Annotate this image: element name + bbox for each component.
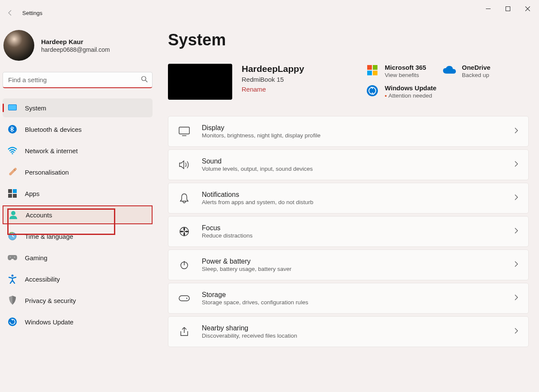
power-icon — [179, 259, 190, 270]
nav-label: Bluetooth & devices — [25, 126, 82, 133]
profile-block[interactable]: Hardeep Kaur hardeep0688@gmail.com — [3, 27, 153, 64]
setting-row-nearby[interactable]: Nearby sharing Discoverability, received… — [168, 316, 529, 347]
device-image — [168, 64, 232, 100]
setting-row-display[interactable]: Display Monitors, brightness, night ligh… — [168, 116, 529, 147]
apps-icon — [8, 189, 17, 198]
device-model: RedmiBook 15 — [242, 76, 304, 83]
svg-rect-1 — [506, 6, 510, 11]
nav-item-personalisation[interactable]: Personalisation — [3, 163, 153, 181]
onedrive-icon — [443, 64, 456, 77]
svg-point-18 — [367, 85, 378, 96]
setting-title: Power & battery — [202, 258, 515, 265]
share-icon — [179, 326, 190, 337]
chevron-right-icon — [515, 194, 518, 202]
nav-item-network[interactable]: Network & internet — [3, 141, 153, 160]
status-title: Windows Update — [385, 84, 437, 92]
close-button[interactable] — [518, 2, 537, 15]
svg-rect-0 — [486, 9, 491, 9]
svg-point-17 — [8, 318, 17, 326]
svg-rect-4 — [9, 105, 16, 110]
chevron-right-icon — [515, 228, 518, 235]
device-block: HardeepLappy RedmiBook 15 Rename — [168, 64, 304, 100]
search-icon — [141, 76, 148, 84]
chevron-right-icon — [515, 328, 518, 336]
accessibility-icon — [8, 274, 17, 284]
setting-title: Display — [202, 124, 515, 132]
svg-point-23 — [186, 298, 187, 299]
status-sub: View benefits — [385, 72, 426, 78]
svg-rect-22 — [179, 296, 189, 301]
status-card-ms365[interactable]: Microsoft 365 View benefits — [366, 64, 434, 79]
nav-label: Accessibility — [25, 276, 60, 283]
settings-list: Display Monitors, brightness, night ligh… — [168, 116, 529, 347]
chevron-right-icon — [515, 294, 518, 302]
svg-rect-7 — [8, 189, 12, 193]
search-input[interactable] — [8, 76, 141, 83]
status-title: Microsoft 365 — [385, 64, 426, 71]
setting-title: Focus — [202, 224, 515, 232]
setting-row-power[interactable]: Power & battery Sleep, battery usage, ba… — [168, 249, 529, 280]
setting-title: Nearby sharing — [202, 324, 515, 332]
display-icon — [179, 126, 190, 137]
nav-item-accounts[interactable]: Accounts — [3, 205, 153, 224]
setting-desc: Storage space, drives, configuration rul… — [202, 299, 515, 306]
status-title: OneDrive — [462, 64, 491, 71]
status-card-onedrive[interactable]: OneDrive Backed up — [443, 64, 512, 79]
system-icon — [8, 103, 17, 113]
ms365-icon — [366, 64, 379, 77]
setting-row-storage[interactable]: Storage Storage space, drives, configura… — [168, 283, 529, 314]
svg-rect-19 — [179, 127, 189, 134]
rename-link[interactable]: Rename — [242, 86, 266, 93]
setting-row-notifications[interactable]: Notifications Alerts from apps and syste… — [168, 183, 529, 214]
nav-label: System — [25, 104, 46, 112]
svg-point-15 — [14, 257, 15, 258]
bluetooth-icon — [8, 125, 17, 134]
page-title: System — [168, 31, 529, 49]
profile-name: Hardeep Kaur — [41, 38, 110, 45]
maximize-button[interactable] — [498, 2, 518, 15]
profile-email: hardeep0688@gmail.com — [41, 46, 110, 53]
nav-label: Apps — [25, 190, 39, 197]
nav-item-gaming[interactable]: Gaming — [3, 248, 153, 267]
svg-rect-10 — [13, 194, 17, 198]
setting-desc: Volume levels, output, input, sound devi… — [202, 166, 515, 172]
nav-label: Personalisation — [25, 169, 69, 176]
svg-point-16 — [12, 275, 14, 277]
brush-icon — [8, 167, 17, 177]
setting-desc: Reduce distractions — [202, 232, 515, 239]
search-box[interactable] — [3, 72, 153, 88]
chevron-right-icon — [515, 161, 518, 169]
nav-label: Privacy & security — [25, 297, 76, 304]
nav-list: System Bluetooth & devices Network & int… — [3, 98, 153, 331]
shield-icon — [8, 296, 17, 305]
nav-item-bluetooth[interactable]: Bluetooth & devices — [3, 120, 153, 139]
nav-item-update[interactable]: Windows Update — [3, 312, 153, 331]
nav-item-system[interactable]: System — [3, 98, 153, 117]
setting-title: Storage — [202, 291, 515, 299]
nav-label: Network & internet — [25, 147, 78, 154]
person-icon — [9, 210, 18, 220]
setting-title: Notifications — [202, 191, 515, 199]
nav-item-time[interactable]: Time & language — [3, 227, 153, 246]
svg-point-2 — [142, 76, 146, 80]
nav-label: Gaming — [25, 254, 48, 261]
setting-row-focus[interactable]: Focus Reduce distractions — [168, 216, 529, 247]
chevron-right-icon — [515, 128, 518, 135]
clock-icon — [8, 232, 17, 241]
app-title: Settings — [22, 10, 42, 16]
status-card-winupdate[interactable]: Windows Update Attention needed — [366, 84, 437, 100]
minimize-button[interactable] — [478, 2, 498, 15]
status-sub: Backed up — [462, 72, 491, 78]
back-button[interactable] — [4, 7, 16, 19]
nav-item-privacy[interactable]: Privacy & security — [3, 291, 153, 310]
focus-icon — [179, 226, 190, 237]
svg-rect-8 — [13, 189, 17, 193]
gamepad-icon — [8, 253, 17, 262]
nav-item-accessibility[interactable]: Accessibility — [3, 270, 153, 288]
nav-label: Windows Update — [25, 318, 73, 326]
nav-item-apps[interactable]: Apps — [3, 184, 153, 203]
svg-rect-9 — [8, 194, 12, 198]
main-content: System HardeepLappy RedmiBook 15 Rename … — [155, 18, 539, 392]
setting-row-sound[interactable]: Sound Volume levels, output, input, soun… — [168, 149, 529, 180]
setting-desc: Alerts from apps and system, do not dist… — [202, 199, 515, 205]
